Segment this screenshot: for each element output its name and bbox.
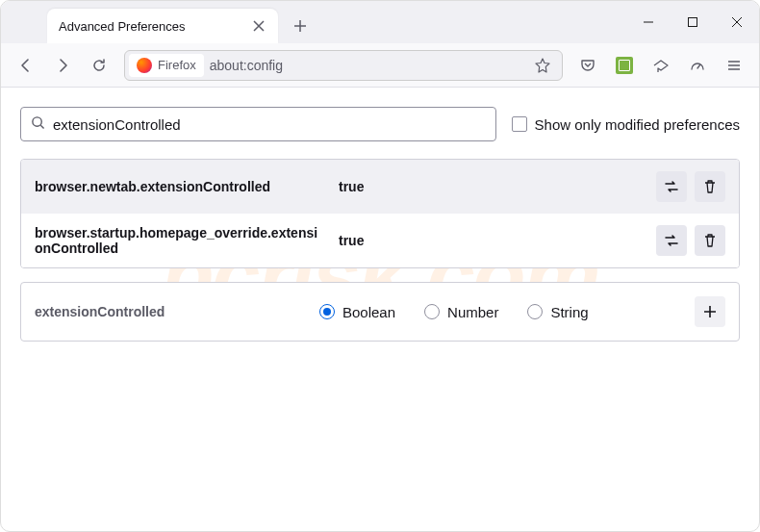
pref-row: browser.startup.homepage_override.extens… [21,214,739,267]
pref-actions [656,225,725,256]
tab-title: Advanced Preferences [59,19,251,34]
gauge-icon[interactable] [682,50,713,81]
pref-value: true [339,179,641,194]
close-window-button[interactable] [715,1,759,43]
pocket-icon[interactable] [572,50,603,81]
add-pref-name: extensionControlled [35,304,304,319]
svg-point-1 [33,116,41,125]
checkbox-icon[interactable] [512,116,527,132]
pref-name: browser.newtab.extensionControlled [35,179,323,194]
type-radio-group: Boolean Number String [319,304,679,320]
search-row: Show only modified preferences [20,107,740,141]
pref-value: true [339,233,641,248]
address-bar[interactable]: Firefox about:config [124,50,563,81]
pref-name: browser.startup.homepage_override.extens… [35,225,323,256]
radio-icon [424,304,440,319]
add-pref-row: extensionControlled Boolean Number Strin… [20,282,740,342]
firefox-logo-icon [137,58,152,73]
search-icon [31,115,45,134]
new-tab-button[interactable] [286,12,315,40]
search-box[interactable] [20,107,496,141]
back-button[interactable] [11,50,41,81]
add-button[interactable] [695,296,725,327]
about-config-content: Show only modified preferences browser.n… [1,88,759,361]
radio-icon [527,304,543,319]
search-input[interactable] [53,116,486,133]
radio-number[interactable]: Number [424,304,498,320]
radio-string[interactable]: String [527,304,588,320]
mail-icon[interactable] [646,50,676,81]
svg-rect-0 [689,18,697,27]
identity-label: Firefox [158,58,196,72]
pref-table: browser.newtab.extensionControlled true … [20,159,740,268]
radio-icon [319,304,335,319]
radio-label: Number [447,304,498,320]
minimize-button[interactable] [626,1,671,43]
pref-row: browser.newtab.extensionControlled true [21,160,739,214]
browser-tab[interactable]: Advanced Preferences [47,9,278,43]
forward-button[interactable] [47,50,78,81]
extension-icon[interactable] [609,50,640,81]
checkbox-label: Show only modified preferences [535,116,740,133]
toggle-button[interactable] [656,225,687,256]
radio-label: Boolean [342,304,395,320]
radio-boolean[interactable]: Boolean [319,304,395,320]
pref-actions [656,171,725,202]
radio-label: String [550,304,588,320]
identity-box[interactable]: Firefox [129,54,204,77]
menu-icon[interactable] [719,50,749,81]
bookmark-star-icon[interactable] [531,54,554,77]
maximize-button[interactable] [671,1,715,43]
window-controls [626,1,759,43]
show-modified-checkbox[interactable]: Show only modified preferences [512,116,740,133]
tab-strip: Advanced Preferences [1,1,759,43]
url-text: about:config [210,58,525,73]
reload-button[interactable] [84,50,114,81]
delete-button[interactable] [695,171,725,202]
toggle-button[interactable] [656,171,687,202]
delete-button[interactable] [695,225,725,256]
close-tab-icon[interactable] [251,18,266,34]
toolbar: Firefox about:config [1,43,759,88]
